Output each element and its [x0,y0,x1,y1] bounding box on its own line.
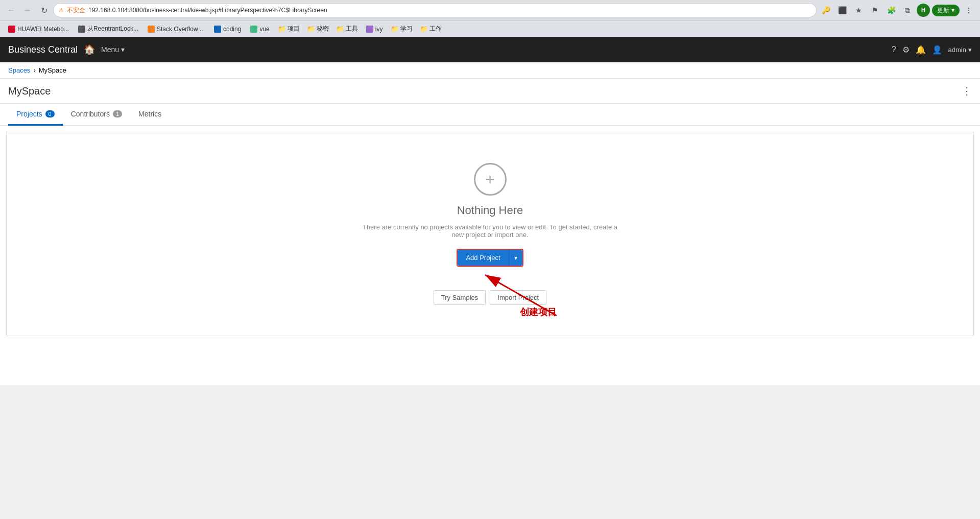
bookmarks-bar: HUAWEI Matebo... 从ReentrantLock... Stack… [0,20,980,37]
plus-icon: + [485,171,495,187]
app-bar: Business Central 🏠 Menu ▾ ? ⚙ 🔔 👤 admin … [0,37,980,62]
refresh-button[interactable]: ↻ [37,3,51,17]
empty-state-description: There are currently no projects availabl… [363,223,618,239]
vue-favicon [250,26,257,33]
app-bar-actions: ? ⚙ 🔔 👤 admin ▾ [892,45,972,55]
tab-contributors[interactable]: Contributors 1 [63,104,130,126]
bookmark-stackoverflow[interactable]: Stack Overflow ... [144,24,209,34]
settings-icon[interactable]: ⚙ [902,45,910,55]
bookmark-work[interactable]: 📁 工作 [417,23,445,35]
help-icon[interactable]: ? [892,45,896,54]
user-icon[interactable]: 👤 [932,45,942,55]
empty-state: + Nothing Here There are currently no pr… [7,132,973,336]
extension-icon[interactable]: 🧩 [884,3,898,17]
address-bar[interactable]: ⚠ 不安全 192.168.0.104:8080/business-centra… [53,3,817,17]
flag-icon[interactable]: ⚑ [868,3,882,17]
ivy-favicon [366,26,373,33]
page-title: MySpace [8,85,51,103]
browser-chrome: ← → ↻ ⚠ 不安全 192.168.0.104:8080/business-… [0,0,980,37]
folder-icon-study: 📁 [391,25,399,33]
update-chevron: ▾ [951,7,954,14]
page-header: MySpace ⋮ [0,79,980,104]
security-label: 不安全 [67,6,85,15]
tab-projects[interactable]: Projects 0 [8,104,63,126]
update-button[interactable]: 更新 ▾ [932,5,960,16]
app-title-area: Business Central 🏠 Menu ▾ [8,44,892,55]
menu-chevron-icon: ▾ [121,45,125,54]
folder-icon-proj: 📁 [278,25,286,33]
folder-icon-work: 📁 [420,25,428,33]
breadcrumb-current: MySpace [39,66,66,74]
breadcrumb: Spaces › MySpace [0,62,980,79]
tabs: Projects 0 Contributors 1 Metrics [0,104,980,126]
bookmark-proj[interactable]: 📁 项目 [275,23,303,35]
tab-contributors-badge: 1 [113,110,122,117]
url-text: 192.168.0.104:8080/business-central/kie-… [88,7,327,14]
app-title-text: Business Central [8,44,78,55]
folder-icon-secret: 📁 [307,25,315,33]
user-menu[interactable]: admin ▾ [948,46,972,54]
bookmark-tools[interactable]: 📁 工具 [333,23,361,35]
user-label: admin [948,46,966,54]
lock-favicon [78,26,85,33]
breadcrumb-spaces[interactable]: Spaces [8,66,30,74]
bookmark-huawei[interactable]: HUAWEI Matebo... [4,24,73,34]
tab-contributors-label: Contributors [71,110,110,118]
browser-nav: ← → ↻ ⚠ 不安全 192.168.0.104:8080/business-… [0,0,980,20]
bookmark-ivy[interactable]: ivy [362,24,387,34]
bookmark-vue[interactable]: vue [246,24,273,34]
bookmark-lock[interactable]: 从ReentrantLock... [74,23,142,35]
red-arrow-annotation: 创建项目 [414,260,567,321]
breadcrumb-separator: › [33,66,35,74]
home-button[interactable]: 🏠 [84,44,95,55]
empty-state-title: Nothing Here [457,204,523,217]
password-icon[interactable]: 🔑 [819,3,833,17]
bookmark-study[interactable]: 📁 学习 [388,23,416,35]
more-options-icon[interactable]: ⋮ [962,85,972,97]
browser-actions: 🔑 ⬛ ★ ⚑ 🧩 ⧉ H 更新 ▾ ⋮ [819,3,976,17]
window-icon[interactable]: ⧉ [900,3,915,17]
star-icon[interactable]: ★ [851,3,866,17]
tab-metrics-label: Metrics [138,110,161,118]
folder-icon-tools: 📁 [336,25,344,33]
bell-icon[interactable]: 🔔 [916,45,926,55]
user-chevron-icon: ▾ [968,46,972,54]
bookmark-secret[interactable]: 📁 秘密 [304,23,332,35]
main-content-area: + Nothing Here There are currently no pr… [6,132,974,336]
tab-metrics[interactable]: Metrics [130,104,170,126]
tab-projects-label: Projects [16,110,42,118]
cast-icon[interactable]: ⬛ [835,3,849,17]
coding-favicon [214,26,221,33]
page-header-actions: ⋮ [962,85,972,103]
empty-state-icon: + [474,163,507,196]
page-content: MySpace ⋮ Projects 0 Contributors 1 Metr… [0,79,980,385]
bookmark-coding[interactable]: coding [210,24,245,34]
so-favicon [148,26,155,33]
menu-dropdown-button[interactable]: Menu ▾ [101,45,125,54]
forward-button[interactable]: → [20,3,35,17]
annotation-area: Add Project ▾ [414,249,567,305]
tab-projects-badge: 0 [45,110,55,117]
profile-button[interactable]: H [917,4,930,17]
menu-button[interactable]: ⋮ [962,3,976,17]
security-icon: ⚠ [59,7,64,14]
back-button[interactable]: ← [4,3,18,17]
huawei-favicon [8,26,15,33]
annotation-text: 创建项目 [520,306,557,318]
